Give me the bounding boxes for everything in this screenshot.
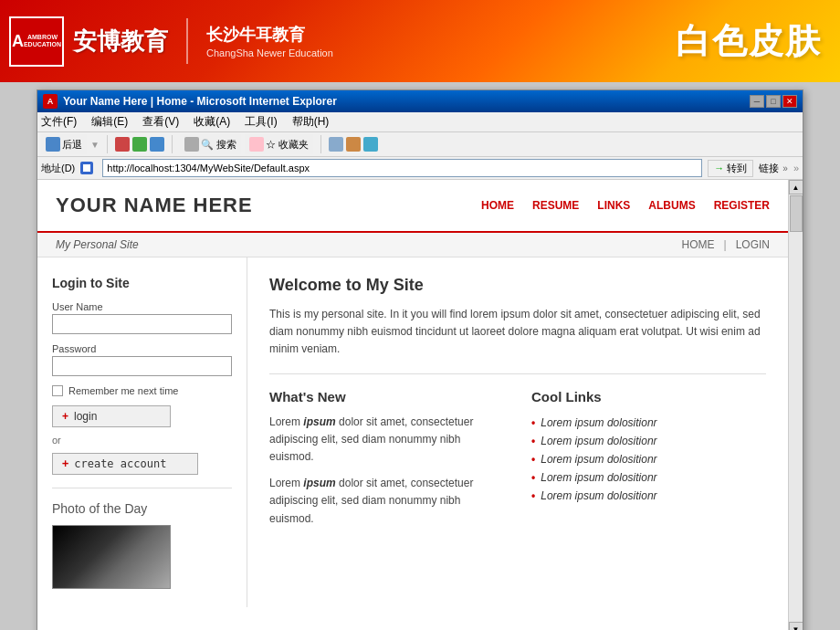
newer-english-name: ChangSha Newer Education: [206, 47, 333, 58]
nav-register[interactable]: REGISTER: [714, 199, 770, 212]
ie-scrollbar[interactable]: ▲ ▼: [788, 180, 803, 630]
close-button[interactable]: ✕: [782, 95, 797, 108]
ie-window-buttons[interactable]: ─ □ ✕: [750, 95, 797, 108]
login-button[interactable]: + login: [52, 405, 171, 427]
back-button[interactable]: 后退: [41, 134, 87, 154]
cool-links-section: Cool Links Lorem ipsum dolositionr Lorem…: [531, 389, 766, 537]
remember-label: Remember me next time: [68, 385, 178, 396]
create-account-label: create account: [74, 457, 166, 470]
login-btn-label: login: [74, 410, 97, 423]
two-column-section: What's New Lorem ipsum dolor sit amet, c…: [269, 389, 766, 537]
login-plus-icon: +: [62, 410, 68, 423]
banner-divider: [186, 18, 188, 64]
cool-links-list: Lorem ipsum dolositionr Lorem ipsum dolo…: [531, 414, 766, 505]
addr-icon-wrap: [80, 162, 93, 174]
ie-window: A Your Name Here | Home - Microsoft Inte…: [37, 89, 803, 630]
subnav-login-link[interactable]: LOGIN: [736, 238, 770, 251]
minimize-button[interactable]: ─: [750, 95, 764, 108]
forward-arrow[interactable]: ▼: [90, 140, 100, 150]
ie-titlebar: A Your Name Here | Home - Microsoft Inte…: [37, 90, 803, 112]
home-icon[interactable]: [150, 137, 164, 152]
addr-page-icon: [80, 162, 93, 174]
list-item: Lorem ipsum dolositionr: [531, 432, 766, 450]
print-icon[interactable]: [346, 137, 361, 152]
restore-button[interactable]: □: [766, 95, 781, 108]
photo-image: [53, 526, 170, 588]
remember-checkbox[interactable]: [52, 385, 63, 396]
links-label: 链接: [759, 162, 779, 175]
nav-links[interactable]: LINKS: [597, 199, 630, 212]
newer-chinese-name: 长沙牛耳教育: [206, 24, 333, 46]
address-label: 地址(D): [41, 162, 75, 175]
subnav-site-name: My Personal Site: [56, 238, 139, 251]
go-button[interactable]: → 转到: [708, 160, 753, 177]
welcome-title: Welcome to My Site: [269, 276, 766, 295]
newer-edu-logo: 长沙牛耳教育 ChangSha Newer Education: [206, 24, 333, 58]
cool-link-3[interactable]: Lorem ipsum dolositionr: [541, 453, 656, 466]
scroll-up-button[interactable]: ▲: [789, 180, 803, 194]
site-logo: YOUR NAME HERE: [56, 194, 253, 217]
toolbar-separator-2: [172, 135, 173, 153]
subnav-home-link[interactable]: HOME: [682, 238, 715, 251]
cool-link-5[interactable]: Lorem ipsum dolositionr: [541, 489, 656, 502]
ie-titlebar-left: A Your Name Here | Home - Microsoft Inte…: [43, 94, 337, 109]
menu-view[interactable]: 查看(V): [142, 114, 179, 130]
scroll-thumb[interactable]: [790, 195, 803, 232]
mail-icon[interactable]: [363, 137, 378, 152]
scroll-down-button[interactable]: ▼: [789, 622, 803, 630]
back-icon: [46, 137, 60, 152]
username-label: User Name: [52, 301, 232, 312]
scroll-track[interactable]: [789, 194, 803, 622]
menu-edit[interactable]: 编辑(E): [91, 114, 128, 130]
site-sidebar: Login to Site User Name Password Remembe…: [37, 257, 247, 607]
create-account-button[interactable]: + create account: [52, 453, 198, 475]
sidebar-divider: [52, 488, 232, 488]
toolbar-icons: [115, 137, 164, 152]
photo-of-day: [52, 525, 171, 589]
nav-home[interactable]: HOME: [481, 199, 514, 212]
extra-arrows: »: [793, 163, 799, 173]
nav-albums[interactable]: ALBUMS: [648, 199, 695, 212]
website-content: YOUR NAME HERE HOME RESUME LINKS ALBUMS …: [37, 180, 788, 630]
cool-link-2[interactable]: Lorem ipsum dolositionr: [541, 435, 656, 447]
username-input[interactable]: [52, 314, 232, 334]
ie-title-text: Your Name Here | Home - Microsoft Intern…: [63, 95, 337, 108]
list-item: Lorem ipsum dolositionr: [531, 487, 766, 505]
ie-toolbar: 后退 ▼ 🔍 搜索 ☆ 收藏夹: [37, 132, 803, 157]
ie-content: YOUR NAME HERE HOME RESUME LINKS ALBUMS …: [37, 180, 803, 630]
cool-link-4[interactable]: Lorem ipsum dolositionr: [541, 471, 656, 484]
whats-new-title: What's New: [269, 389, 504, 404]
top-banner: A AMBROWEDUCATION 安博教育 长沙牛耳教育 ChangSha N…: [0, 0, 840, 82]
stop-icon[interactable]: [115, 137, 130, 152]
list-item: Lorem ipsum dolositionr: [531, 468, 766, 487]
whats-new-p2: Lorem ipsum dolor sit amet, consectetuer…: [269, 475, 504, 528]
extra-toolbar-icons: [329, 137, 378, 152]
media-icon[interactable]: [329, 137, 343, 152]
password-input[interactable]: [52, 356, 232, 376]
site-main: Login to Site User Name Password Remembe…: [37, 257, 788, 607]
whats-new-p1: Lorem ipsum dolor sit amet, consectetuer…: [269, 414, 504, 467]
or-text: or: [52, 435, 232, 446]
menu-favorites[interactable]: 收藏(A): [194, 114, 230, 130]
ie-addressbar: 地址(D) http://localhost:1304/MyWebSite/De…: [37, 157, 803, 180]
ie-page-icon: A: [43, 94, 58, 109]
password-label: Password: [52, 343, 232, 354]
list-item: Lorem ipsum dolositionr: [531, 414, 766, 432]
menu-tools[interactable]: 工具(I): [245, 114, 277, 130]
site-nav: HOME RESUME LINKS ALBUMS REGISTER: [481, 199, 770, 212]
menu-help[interactable]: 帮助(H): [292, 114, 330, 130]
ie-menubar: 文件(F) 编辑(E) 查看(V) 收藏(A) 工具(I) 帮助(H): [37, 112, 803, 132]
site-body: Welcome to My Site This is my personal s…: [247, 257, 788, 607]
refresh-icon[interactable]: [132, 137, 147, 152]
favorites-button[interactable]: ☆ 收藏夹: [245, 134, 313, 154]
address-input[interactable]: http://localhost:1304/MyWebSite/Default.…: [102, 159, 702, 177]
search-button[interactable]: 🔍 搜索: [180, 134, 241, 154]
cool-link-1[interactable]: Lorem ipsum dolositionr: [541, 416, 656, 429]
menu-file[interactable]: 文件(F): [41, 114, 77, 130]
photo-section-title: Photo of the Day: [52, 501, 232, 516]
nav-resume[interactable]: RESUME: [532, 199, 579, 212]
outer-wrapper: A Your Name Here | Home - Microsoft Inte…: [0, 82, 840, 630]
links-area: 链接 »: [759, 162, 788, 175]
site-header: YOUR NAME HERE HOME RESUME LINKS ALBUMS …: [37, 180, 788, 233]
ambrow-chinese-name: 安博教育: [73, 26, 168, 58]
